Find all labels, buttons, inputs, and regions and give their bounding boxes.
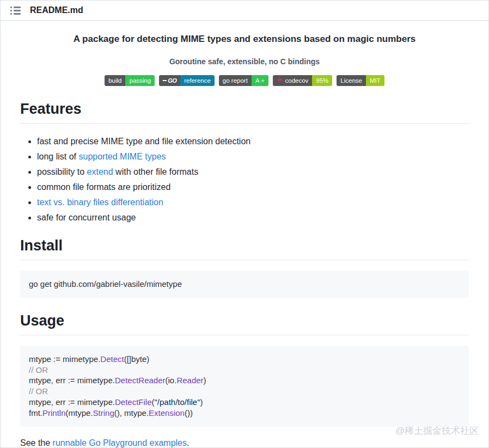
badge-row: buildpassingGOreferencego reportA +☂code… [20, 75, 469, 86]
feature-item: fast and precise MIME type and file exte… [37, 134, 469, 149]
code-token-plain: ) [204, 376, 206, 385]
features-list: fast and precise MIME type and file exte… [20, 134, 469, 225]
install-command: go get github.com/gabriel-vasile/mimetyp… [29, 279, 460, 290]
code-line: // OR [29, 386, 460, 397]
code-line: mtype := mimetype.Detect([]byte) [29, 354, 460, 365]
build-badge-label: build [105, 75, 125, 86]
feature-link[interactable]: text vs. binary files differentiation [37, 198, 163, 207]
file-title: README.md [30, 5, 83, 15]
code-token-plain: (mtype. [66, 408, 93, 418]
codecov-badge-value: 95% [312, 75, 332, 86]
code-line: mtype, err := mimetype.DetectFile("/path… [29, 397, 460, 408]
feature-item: common file formats are prioritized [37, 180, 469, 195]
features-heading: Features [20, 101, 469, 124]
code-token-fn: Extension [149, 408, 185, 418]
code-token-comment: // OR [29, 365, 48, 375]
codecov-badge[interactable]: ☂codecov95% [273, 75, 333, 86]
code-line: fmt.Println(mtype.String(), mtype.Extens… [29, 408, 460, 419]
code-token-plain: fmt. [29, 408, 42, 418]
feature-link[interactable]: extend [87, 167, 113, 176]
install-code-block: go get github.com/gabriel-vasile/mimetyp… [20, 271, 469, 298]
code-token-str: "/path/to/file" [155, 397, 200, 407]
install-heading: Install [20, 237, 469, 260]
license-badge-label: License [337, 75, 366, 86]
code-token-plain: ([]byte) [124, 354, 150, 364]
go-report-badge[interactable]: go reportA + [219, 75, 268, 86]
feature-text: common file formats are prioritized [37, 182, 170, 192]
feature-text: long list of [37, 152, 78, 161]
outro-text-before: See the [20, 438, 53, 447]
code-token-fn: DetectReader [115, 376, 166, 385]
code-token-plain: mtype, err := mimetype. [29, 397, 115, 407]
code-token-fn: Reader [176, 376, 203, 385]
outline-list-icon[interactable] [10, 7, 21, 15]
feature-item: possibility to extend with other file fo… [37, 164, 469, 180]
feature-text: possibility to [37, 167, 87, 176]
readme-content: A package for detecting MIME types and e… [1, 34, 488, 448]
feature-item: safe for concurrent usage [37, 210, 469, 225]
code-token-plain: (), mtype. [114, 408, 149, 418]
package-subtitle: Goroutine safe, extensible, no C binding… [20, 57, 469, 66]
feature-link[interactable]: supported MIME types [78, 152, 166, 161]
juejin-watermark: @稀土掘金技术社区 [395, 425, 479, 437]
go-report-badge-value: A + [252, 75, 268, 86]
go-reference-badge-value: reference [180, 75, 215, 86]
build-badge-value: passing [125, 75, 155, 86]
go-reference-badge[interactable]: GOreference [159, 75, 215, 86]
codecov-umbrella-icon: ☂ [277, 77, 283, 84]
feature-text: with other file formats [113, 167, 199, 176]
go-report-badge-label: go report [219, 75, 252, 86]
code-line: // OR [29, 365, 460, 376]
usage-code-block: mtype := mimetype.Detect([]byte)// ORmty… [20, 346, 469, 427]
code-token-fn: Println [42, 408, 66, 418]
license-badge[interactable]: LicenseMIT [337, 75, 384, 86]
package-title: A package for detecting MIME types and e… [20, 34, 469, 45]
outro-text-after: . [187, 438, 189, 447]
code-token-plain: ) [200, 397, 203, 407]
feature-item: text vs. binary files differentiation [37, 195, 469, 210]
feature-text: safe for concurrent usage [37, 213, 136, 222]
code-token-plain: mtype := mimetype. [29, 354, 100, 364]
playground-examples-link[interactable]: runnable Go Playground examples [53, 438, 187, 447]
code-token-comment: // OR [29, 386, 48, 396]
build-badge[interactable]: buildpassing [105, 75, 155, 86]
code-line: mtype, err := mimetype.DetectReader(io.R… [29, 375, 460, 386]
feature-text: fast and precise MIME type and file exte… [37, 137, 250, 146]
code-token-plain: (io. [166, 376, 177, 385]
go-reference-badge-label: GO [159, 75, 180, 86]
file-header: README.md [1, 1, 488, 21]
outro-paragraph: See the runnable Go Playground examples. [20, 438, 469, 448]
code-token-plain: ()) [185, 408, 193, 418]
readme-page: README.md A package for detecting MIME t… [0, 0, 489, 448]
go-logo-icon: GO [163, 77, 176, 84]
feature-item: long list of supported MIME types [37, 149, 469, 164]
code-token-fn: DetectFile [115, 397, 152, 407]
code-token-fn: String [93, 408, 114, 418]
license-badge-value: MIT [366, 75, 384, 86]
code-token-fn: Detect [100, 354, 124, 364]
codecov-badge-label: ☂codecov [273, 75, 313, 86]
code-token-plain: mtype, err := mimetype. [29, 376, 115, 385]
usage-heading: Usage [20, 312, 469, 335]
